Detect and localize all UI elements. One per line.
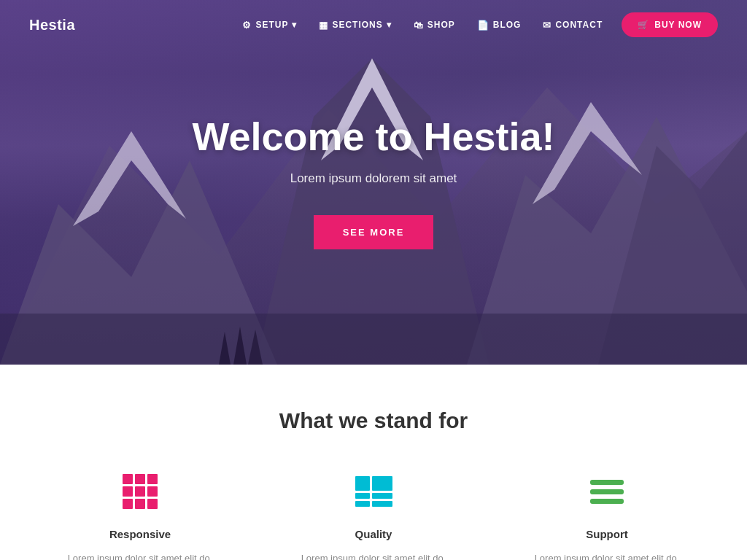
support-icon-container bbox=[512, 470, 702, 513]
sections-icon: ▦ bbox=[319, 20, 328, 31]
buy-now-button[interactable]: 🛒 BUY NOW bbox=[622, 12, 718, 37]
responsive-label: Responsive bbox=[45, 528, 235, 540]
hero-content: Welcome to Hestia! Lorem ipsum dolorem s… bbox=[192, 115, 554, 249]
chevron-down-icon: ▾ bbox=[387, 20, 392, 30]
support-description: Lorem ipsum dolor sit amet elit do, cons… bbox=[512, 551, 702, 560]
chevron-down-icon: ▾ bbox=[292, 20, 297, 30]
feature-responsive: Responsive Lorem ipsum dolor sit amet el… bbox=[45, 470, 235, 560]
quality-icon-container bbox=[279, 470, 468, 513]
see-more-button[interactable]: SEE MORE bbox=[314, 215, 434, 249]
nav-item-blog[interactable]: 📄 BLOG bbox=[468, 14, 530, 36]
blog-icon: 📄 bbox=[477, 20, 489, 31]
hero-title: Welcome to Hestia! bbox=[192, 115, 554, 158]
responsive-description: Lorem ipsum dolor sit amet elit do, cons… bbox=[45, 551, 235, 560]
table-icon bbox=[355, 476, 392, 507]
features-grid: Responsive Lorem ipsum dolor sit amet el… bbox=[45, 470, 702, 560]
quality-description: Lorem ipsum dolor sit amet elit do, cons… bbox=[279, 551, 468, 560]
nav-links: ⚙ SETUP ▾ ▦ SECTIONS ▾ 🛍 SHOP 📄 BLOG ✉ C… bbox=[233, 12, 718, 37]
quality-label: Quality bbox=[279, 528, 468, 540]
gear-icon: ⚙ bbox=[242, 20, 252, 31]
brand-logo[interactable]: Hestia bbox=[29, 17, 75, 34]
shop-icon: 🛍 bbox=[414, 20, 424, 31]
mail-icon: ✉ bbox=[543, 20, 551, 31]
nav-item-sections[interactable]: ▦ SECTIONS ▾ bbox=[310, 14, 400, 36]
feature-support: Support Lorem ipsum dolor sit amet elit … bbox=[512, 470, 702, 560]
features-section: What we stand for Responsive Lorem ipsum… bbox=[0, 365, 747, 560]
nav-item-setup[interactable]: ⚙ SETUP ▾ bbox=[233, 14, 306, 36]
feature-quality: Quality Lorem ipsum dolor sit amet elit … bbox=[279, 470, 468, 560]
cart-icon: 🛒 bbox=[638, 20, 649, 30]
nav-item-shop[interactable]: 🛍 SHOP bbox=[405, 14, 464, 36]
hero-subtitle: Lorem ipsum dolorem sit amet bbox=[192, 171, 554, 186]
lines-icon bbox=[590, 480, 624, 504]
navbar: Hestia ⚙ SETUP ▾ ▦ SECTIONS ▾ 🛍 SHOP 📄 B… bbox=[0, 0, 747, 50]
nav-item-contact[interactable]: ✉ CONTACT bbox=[534, 14, 611, 36]
responsive-icon-container bbox=[45, 470, 235, 513]
features-title: What we stand for bbox=[29, 408, 718, 433]
support-label: Support bbox=[512, 528, 702, 540]
svg-rect-8 bbox=[0, 314, 747, 365]
grid-icon bbox=[123, 474, 158, 509]
hero-section: Welcome to Hestia! Lorem ipsum dolorem s… bbox=[0, 0, 747, 365]
